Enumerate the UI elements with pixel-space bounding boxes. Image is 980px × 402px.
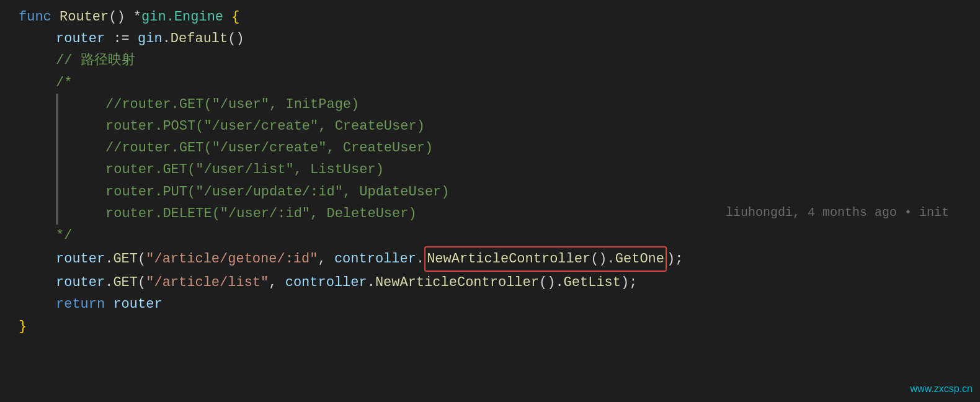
dot6: . <box>367 272 375 293</box>
type-gin-engine: gin.Engine <box>141 6 231 28</box>
paren1: ( <box>138 248 146 270</box>
line-comment-4: router.GET("/user/list", ListUser) <box>19 159 961 181</box>
parens2: () <box>590 251 607 267</box>
line-route-getone: router.GET("/article/getone/:id", contro… <box>19 246 961 272</box>
line-return: return router <box>19 293 961 315</box>
line-comment-2: router.POST("/user/create", CreateUser) <box>19 115 961 137</box>
method-get-1: GET <box>113 248 138 270</box>
line-comment-5: router.PUT("/user/update/:id", UpdateUse… <box>19 181 961 203</box>
close-paren-semi-2: ); <box>621 272 637 293</box>
bar-5 <box>56 181 58 203</box>
bar-2 <box>56 115 58 137</box>
comment-get-list: router.GET("/user/list", ListUser) <box>105 159 384 181</box>
comment-path-mapping: // 路径映射 <box>56 50 135 71</box>
bar-6 <box>56 203 58 225</box>
dot3: . <box>416 248 424 270</box>
comma1: , <box>318 248 334 270</box>
code-editor: func Router() *gin.Engine { router := gi… <box>0 0 980 344</box>
block-comment-close: */ <box>56 225 72 246</box>
var-router: router <box>56 28 105 50</box>
comma2: , <box>269 272 285 293</box>
bar-3 <box>56 137 58 159</box>
line-closing-brace: } <box>19 316 961 337</box>
pointer: * <box>133 6 141 28</box>
bar-4 <box>56 159 58 181</box>
paren-open: () <box>109 6 133 28</box>
getlist-method: GetList <box>564 272 621 293</box>
route-path-2: "/article/list" <box>146 272 269 293</box>
paren3: ( <box>138 272 146 293</box>
getone-method: GetOne <box>615 251 664 267</box>
dot5: . <box>105 272 113 293</box>
line-func-sig: func Router() *gin.Engine { <box>19 6 961 28</box>
ctrl-var-2: controller <box>285 272 367 293</box>
assign-op: := <box>105 28 138 50</box>
dot4: . <box>607 251 615 267</box>
ctrl-var-1: controller <box>334 248 416 270</box>
dot2: . <box>105 248 113 270</box>
func-default: Default <box>171 28 228 50</box>
line-var-assign: router := gin.Default() <box>19 28 961 50</box>
brace-close: } <box>19 316 27 337</box>
comment-delete: router.DELETE("/user/:id", DeleteUser) <box>105 203 417 225</box>
line-block-open: /* <box>19 72 961 94</box>
new-article-ctrl-1: NewArticleController <box>427 251 590 267</box>
line-comment-3: //router.GET("/user/create", CreateUser) <box>19 137 961 159</box>
watermark: www.zxcsp.cn <box>911 381 973 397</box>
parens4: () <box>539 272 555 293</box>
line-comment-cn: // 路径映射 <box>19 50 961 71</box>
comment-post-create: router.POST("/user/create", CreateUser) <box>105 115 425 137</box>
dot7: . <box>555 272 563 293</box>
keyword-return: return <box>56 293 113 315</box>
line-comment-6: router.DELETE("/user/:id", DeleteUser) l… <box>19 203 961 225</box>
keyword-func: func <box>19 6 60 28</box>
git-blame: liuhongdi, 4 months ago • init <box>726 203 949 223</box>
var-router-3: router <box>56 272 105 293</box>
route-path-1: "/article/getone/:id" <box>146 248 318 270</box>
method-get-2: GET <box>113 272 138 293</box>
highlight-new-article-getone: NewArticleController().GetOne <box>424 246 667 272</box>
new-article-ctrl-2: NewArticleController <box>375 272 539 293</box>
return-router: router <box>113 293 162 315</box>
line-route-getlist: router.GET("/article/list", controller.N… <box>19 272 961 293</box>
comment-put-update: router.PUT("/user/update/:id", UpdateUse… <box>105 181 450 203</box>
parens: () <box>228 28 244 50</box>
bar-1 <box>56 94 58 115</box>
block-comment-open: /* <box>56 72 72 94</box>
var-router-2: router <box>56 248 105 270</box>
comment-get-user: //router.GET("/user", InitPage) <box>105 94 359 115</box>
comment-get-create: //router.GET("/user/create", CreateUser) <box>105 137 433 159</box>
gin-pkg: gin <box>138 28 163 50</box>
func-name: Router <box>60 6 109 28</box>
line-comment-1: //router.GET("/user", InitPage) <box>19 94 961 115</box>
close-paren-semi-1: ); <box>667 248 683 270</box>
brace-open: { <box>231 6 239 28</box>
dot: . <box>163 28 171 50</box>
line-block-close: */ <box>19 225 961 246</box>
